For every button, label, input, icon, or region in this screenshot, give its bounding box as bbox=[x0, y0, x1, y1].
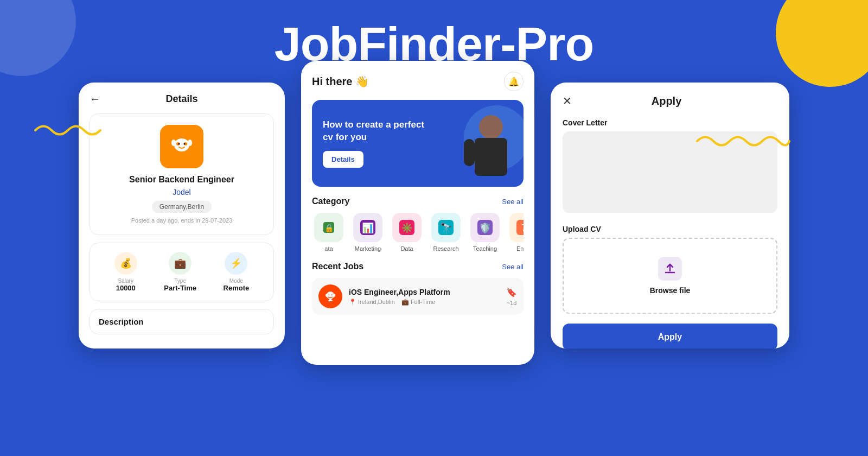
reddit-logo bbox=[318, 284, 342, 308]
svg-text:7: 7 bbox=[521, 223, 524, 233]
recent-jobs-header: Recent Jobs See all bbox=[312, 262, 524, 271]
category-label-engin: Engin bbox=[516, 245, 524, 252]
job-meta: 💰 Salary 10000 💼 Type Part-Time ⚡ Mode R… bbox=[90, 243, 274, 301]
category-item-marketing[interactable]: 📊 Marketing bbox=[351, 213, 385, 252]
category-icon-research: 🔭 bbox=[431, 213, 461, 242]
salary-icon: 💰 bbox=[114, 252, 137, 275]
job-name: iOS Engineer,Apps Platform bbox=[349, 288, 500, 296]
category-icon-data: 🔒 bbox=[314, 213, 343, 242]
job-title: Senior Backend Engineer bbox=[101, 175, 263, 185]
svg-text:🛡️: 🛡️ bbox=[479, 222, 492, 234]
posted-date: Posted a day ago, ends in 29-07-2023 bbox=[101, 217, 263, 224]
mode-meta: ⚡ Mode Remote bbox=[224, 252, 250, 292]
type-icon: 💼 bbox=[169, 252, 192, 275]
category-label-data: ata bbox=[324, 245, 333, 252]
mode-label: Mode bbox=[224, 278, 250, 284]
type-meta: 💼 Type Part-Time bbox=[164, 252, 196, 292]
svg-text:✳️: ✳️ bbox=[401, 222, 413, 234]
svg-point-7 bbox=[188, 140, 192, 146]
svg-text:🔭: 🔭 bbox=[440, 222, 452, 234]
details-header: ← Details bbox=[90, 93, 274, 105]
cover-letter-label: Cover Letter bbox=[563, 118, 777, 127]
description-section: Description bbox=[90, 309, 274, 334]
category-icon-data2: ✳️ bbox=[392, 213, 422, 242]
svg-text:🔒: 🔒 bbox=[324, 224, 334, 233]
svg-point-6 bbox=[171, 140, 176, 146]
close-button[interactable]: ✕ bbox=[563, 94, 572, 107]
bell-button[interactable]: 🔔 bbox=[504, 72, 524, 91]
back-button[interactable]: ← bbox=[90, 93, 100, 105]
apply-header: ✕ Apply bbox=[563, 94, 777, 107]
cards-container: ← Details Senior Backend Engineer Jodel bbox=[0, 83, 868, 365]
category-item-research[interactable]: 🔭 Research bbox=[429, 213, 463, 252]
category-label-teaching: Teaching bbox=[473, 245, 497, 252]
company-section: Senior Backend Engineer Jodel Germany,Be… bbox=[90, 113, 274, 235]
category-item-data[interactable]: 🔒 ata bbox=[312, 213, 346, 252]
banner: How to create a perfect cv for you Detai… bbox=[312, 100, 524, 187]
apply-card: ✕ Apply Cover Letter Upload CV Browse fi… bbox=[551, 83, 789, 349]
company-logo bbox=[160, 125, 203, 168]
salary-meta: 💰 Salary 10000 bbox=[114, 252, 137, 292]
svg-point-29 bbox=[326, 294, 329, 297]
svg-point-9 bbox=[479, 115, 503, 139]
svg-rect-32 bbox=[328, 300, 333, 301]
category-label-data2: Data bbox=[400, 245, 413, 252]
category-scroll: 🔒 ata 📊 Marketing ✳️ Data 🔭 Re bbox=[312, 213, 524, 252]
job-meta-row: 📍 Ireland,Dublin 💼 Full-Time bbox=[349, 299, 500, 306]
home-card: Hi there 👋 🔔 How to create a perfect cv … bbox=[301, 61, 534, 365]
job-type: 💼 Full-Time bbox=[401, 299, 435, 306]
banner-details-button[interactable]: Details bbox=[323, 151, 363, 168]
location-badge: Germany,Berlin bbox=[152, 201, 212, 213]
banner-text: How to create a perfect cv for you Detai… bbox=[312, 108, 442, 178]
category-item-teaching[interactable]: 🛡️ Teaching bbox=[468, 213, 502, 252]
browse-file-text: Browse file bbox=[650, 286, 691, 295]
salary-value: 10000 bbox=[114, 284, 137, 292]
svg-rect-12 bbox=[496, 139, 507, 166]
home-header: Hi there 👋 🔔 bbox=[312, 72, 524, 91]
category-icon-engin: 7 bbox=[509, 213, 524, 242]
greeting-text: Hi there 👋 bbox=[312, 75, 369, 88]
upload-cv-label: Upload CV bbox=[563, 225, 777, 233]
upload-icon bbox=[658, 257, 682, 281]
recent-jobs-title: Recent Jobs bbox=[312, 262, 363, 271]
upload-cv-box[interactable]: Browse file bbox=[563, 238, 777, 314]
svg-point-30 bbox=[332, 294, 335, 297]
recent-jobs-see-all[interactable]: See all bbox=[502, 263, 524, 271]
description-title: Description bbox=[99, 317, 265, 326]
wave-right-icon bbox=[694, 130, 792, 157]
banner-person-figure bbox=[442, 100, 524, 187]
job-bookmark[interactable]: 🔖 ~1d bbox=[506, 287, 517, 306]
svg-text:📊: 📊 bbox=[362, 222, 374, 234]
svg-point-5 bbox=[184, 143, 186, 145]
category-label-marketing: Marketing bbox=[355, 245, 381, 252]
job-list-item[interactable]: iOS Engineer,Apps Platform 📍 Ireland,Dub… bbox=[312, 278, 524, 315]
category-icon-teaching: 🛡️ bbox=[470, 213, 500, 242]
svg-point-4 bbox=[178, 143, 180, 145]
wave-left-icon bbox=[33, 119, 108, 146]
apply-title: Apply bbox=[652, 95, 682, 107]
details-card: ← Details Senior Backend Engineer Jodel bbox=[79, 83, 285, 349]
category-section-header: Category See all bbox=[312, 197, 524, 206]
category-see-all[interactable]: See all bbox=[502, 198, 524, 206]
deco-circle-right bbox=[776, 0, 868, 87]
svg-rect-11 bbox=[464, 139, 475, 166]
category-item-engin[interactable]: 7 Engin bbox=[507, 213, 524, 252]
category-item-data2[interactable]: ✳️ Data bbox=[390, 213, 424, 252]
category-icon-marketing: 📊 bbox=[353, 213, 382, 242]
job-location: 📍 Ireland,Dublin bbox=[349, 299, 395, 306]
category-label-research: Research bbox=[433, 245, 458, 252]
category-title: Category bbox=[312, 197, 349, 206]
details-title: Details bbox=[165, 93, 197, 105]
company-name: Jodel bbox=[101, 188, 263, 197]
banner-headline: How to create a perfect cv for you bbox=[323, 119, 431, 143]
mode-value: Remote bbox=[224, 284, 250, 292]
type-label: Type bbox=[164, 278, 196, 284]
apply-button[interactable]: Apply bbox=[563, 324, 777, 349]
time-badge: ~1d bbox=[507, 300, 517, 306]
salary-label: Salary bbox=[114, 278, 137, 284]
bookmark-icon: 🔖 bbox=[506, 287, 517, 297]
mode-icon: ⚡ bbox=[225, 252, 247, 275]
type-value: Part-Time bbox=[164, 284, 196, 292]
job-info: iOS Engineer,Apps Platform 📍 Ireland,Dub… bbox=[349, 288, 500, 306]
svg-point-1 bbox=[174, 138, 189, 151]
